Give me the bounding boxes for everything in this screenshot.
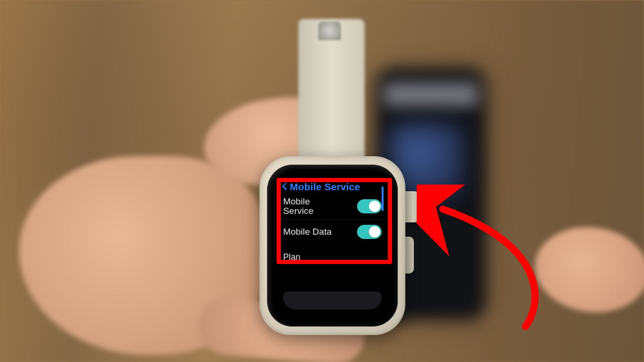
- toggle-mobile-data[interactable]: [357, 225, 382, 239]
- plan-section-label: Plan: [278, 252, 386, 262]
- row-mobile-service[interactable]: Mobile Service: [278, 193, 386, 220]
- plan-row-partial[interactable]: [283, 291, 382, 309]
- scroll-indicator: [382, 186, 384, 211]
- screen-header: Mobile Service: [278, 180, 386, 193]
- row-mobile-data[interactable]: Mobile Data: [278, 220, 386, 244]
- iphone-title-blurred: [384, 83, 478, 106]
- row-mobile-service-label: Mobile Service: [283, 197, 340, 216]
- row-mobile-data-label: Mobile Data: [283, 227, 331, 237]
- watch-band-top: [298, 19, 365, 161]
- digital-crown[interactable]: [403, 191, 422, 222]
- watch-screen[interactable]: Mobile Service Mobile Service Mobile Dat…: [278, 180, 386, 312]
- toggle-mobile-service[interactable]: [357, 199, 382, 213]
- watch-band-pin: [318, 21, 341, 40]
- screen-title: Mobile Service: [290, 181, 383, 193]
